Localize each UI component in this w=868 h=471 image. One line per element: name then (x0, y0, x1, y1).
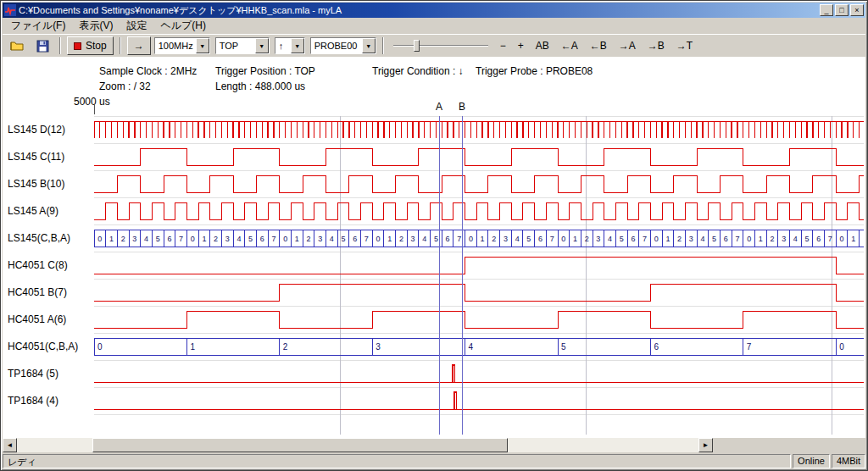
svg-text:2: 2 (399, 235, 403, 243)
svg-text:7: 7 (550, 235, 554, 243)
close-button[interactable]: × (850, 4, 864, 16)
time-scale-label: 5000 us (74, 96, 110, 108)
svg-text:1: 1 (665, 235, 670, 243)
length-info: Length : 488.000 us (215, 80, 305, 92)
svg-text:4: 4 (469, 342, 474, 352)
svg-text:0: 0 (283, 235, 287, 243)
svg-text:2: 2 (214, 235, 218, 243)
channel-label-3: LS145 A(9) (8, 197, 58, 224)
app-icon (4, 4, 16, 16)
next-a-button[interactable]: →A (614, 38, 641, 53)
svg-text:3: 3 (318, 235, 322, 243)
svg-text:4: 4 (515, 235, 520, 243)
scroll-left-button[interactable]: ◄ (3, 438, 17, 452)
svg-text:4: 4 (700, 235, 704, 243)
channel-label-7: HC4051 A(6) (8, 306, 66, 333)
zoom-out-button[interactable]: − (495, 38, 511, 53)
window-title: C:¥Documents and Settings¥noname¥デスクトップ¥… (19, 4, 817, 17)
stop-button[interactable]: Stop (67, 36, 114, 55)
ab-button[interactable]: AB (531, 38, 554, 53)
svg-text:1: 1 (202, 235, 206, 243)
scroll-right-button[interactable]: ► (698, 438, 713, 452)
toolbar: Stop → 100MHz▼TOP▼↑▼PROBE00▼ −+AB←A←B→A→… (3, 34, 865, 57)
scrollbar-track[interactable] (17, 438, 698, 452)
scrollbar-thumb[interactable] (92, 438, 508, 452)
channel-label-4: LS145(C,B,A) (8, 224, 70, 252)
waveform-client-area: Sample Clock : 2MHz Trigger Position : T… (3, 57, 865, 438)
svg-text:0: 0 (839, 342, 844, 352)
toolbar-separator (382, 37, 384, 54)
statusbar: レディ Online4MBit (3, 452, 865, 468)
save-button[interactable] (31, 36, 53, 56)
svg-text:2: 2 (585, 235, 589, 243)
combo-row: 100MHz▼TOP▼↑▼PROBE00▼ (154, 37, 376, 54)
svg-text:2: 2 (677, 235, 682, 243)
svg-text:3: 3 (596, 235, 600, 243)
chevron-down-icon[interactable]: ▼ (255, 38, 269, 53)
trigger-edge-combo-value: ↑ (275, 41, 291, 51)
minimize-button[interactable]: _ (820, 4, 833, 16)
svg-text:6: 6 (816, 235, 821, 243)
svg-text:1: 1 (295, 235, 299, 243)
marker-b-label[interactable]: B (457, 101, 467, 113)
svg-text:0: 0 (97, 342, 103, 352)
trigger-position-combo-value: TOP (216, 41, 255, 51)
maximize-button[interactable]: □ (835, 4, 849, 16)
status-message: レディ (3, 454, 791, 468)
svg-text:5: 5 (620, 235, 624, 243)
horizontal-scrollbar[interactable]: ◄ ► (3, 438, 713, 452)
trigger-position-combo[interactable]: TOP▼ (215, 37, 270, 54)
menu-file[interactable]: ファイル(F) (4, 17, 72, 35)
svg-text:0: 0 (97, 235, 102, 243)
svg-text:2: 2 (283, 342, 288, 352)
svg-text:4: 4 (144, 235, 148, 243)
svg-text:6: 6 (260, 235, 264, 243)
svg-text:1: 1 (481, 235, 485, 243)
chevron-down-icon[interactable]: ▼ (291, 38, 304, 53)
chevron-down-icon[interactable]: ▼ (362, 38, 376, 53)
trigger-probe-combo-value: PROBE00 (311, 41, 362, 51)
svg-text:2: 2 (770, 235, 774, 243)
toolbar-separator (59, 37, 61, 54)
sample-clock-combo-value: 100MHz (155, 41, 196, 51)
status-memory: 4MBit (832, 454, 865, 468)
svg-text:7: 7 (364, 235, 369, 243)
channel-label-0: LS145 D(12) (8, 116, 65, 143)
waveform-canvas[interactable]: 0123456701234567012345670123456701234567… (94, 116, 864, 435)
marker-a-label[interactable]: A (434, 101, 444, 113)
svg-text:0: 0 (561, 235, 565, 243)
svg-text:5: 5 (342, 235, 346, 243)
svg-text:1: 1 (573, 235, 577, 243)
zoom-slider[interactable] (393, 37, 488, 54)
svg-text:5: 5 (805, 235, 810, 243)
next-b-button[interactable]: →B (643, 38, 670, 53)
svg-text:0: 0 (191, 235, 195, 243)
svg-text:3: 3 (782, 235, 786, 243)
trigger-condition-info: Trigger Condition : ↓ (372, 65, 464, 77)
menu-view[interactable]: 表示(V) (72, 17, 120, 35)
svg-text:7: 7 (747, 342, 752, 352)
svg-text:4: 4 (330, 235, 334, 243)
prev-a-button[interactable]: ←A (556, 38, 583, 53)
svg-text:1: 1 (851, 235, 855, 243)
sample-clock-combo[interactable]: 100MHz▼ (154, 37, 210, 54)
svg-text:4: 4 (608, 235, 612, 243)
trigger-probe-combo[interactable]: PROBE00▼ (310, 37, 376, 54)
menu-settings[interactable]: 設定 (120, 17, 153, 35)
open-button[interactable] (6, 36, 28, 56)
trigger-edge-combo[interactable]: ↑▼ (275, 37, 305, 54)
svg-text:5: 5 (156, 235, 160, 243)
menu-help[interactable]: ヘルプ(H) (153, 17, 213, 35)
channel-label-9: TP1684 (5) (8, 360, 58, 387)
channel-label-5: HC4051 C(8) (8, 252, 68, 279)
slider-thumb[interactable] (414, 40, 420, 52)
chevron-down-icon[interactable]: ▼ (196, 38, 209, 53)
prev-b-button[interactable]: ←B (585, 38, 612, 53)
goto-trigger-button[interactable]: →T (671, 38, 698, 53)
zoom-in-button[interactable]: + (513, 38, 529, 53)
titlebar: C:¥Documents and Settings¥noname¥デスクトップ¥… (3, 3, 865, 18)
slider-track (393, 45, 488, 47)
run-button[interactable]: → (127, 36, 151, 55)
svg-text:6: 6 (167, 235, 171, 243)
svg-text:3: 3 (504, 235, 508, 243)
